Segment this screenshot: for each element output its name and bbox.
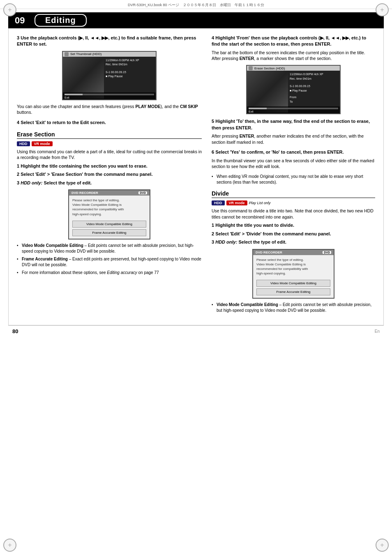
screen1-icon (65, 52, 69, 56)
screen2-info-line3: S-1 00.00.09.15 (290, 84, 338, 89)
badge-vr-erase: VR mode (32, 141, 53, 146)
dvd-dialog-1-btn1[interactable]: Video Mode Compatible Editing (72, 221, 146, 228)
screen2-to-label: To (290, 100, 338, 104)
step-5-header: 5 Highlight 'To' then, in the same way, … (212, 118, 375, 131)
corner-decoration-bl (3, 539, 16, 552)
screen-mockup-2: Erase Section (HDD) 11/29Mon 6:00PM 4ch … (246, 65, 341, 114)
dvd-dialog-1-title: DVD RECORDER (71, 191, 98, 195)
divide-badges: HDD VR mode Play List only (212, 200, 375, 205)
dvd-dialog-2: DVD RECORDER DVD Please select the type … (252, 249, 334, 299)
dvd-dialog-1-btn2[interactable]: Frame Accurate Editing (72, 229, 146, 236)
screen1-info-line4: ■ Play Pause (106, 74, 154, 79)
screen2-title-bar: Erase Section (HDD) (247, 66, 340, 71)
dvd-dialog-2-btn1[interactable]: Video Mode Compatible Editing (256, 280, 330, 287)
step-4-right-body: The bar at the bottom of the screen indi… (212, 50, 375, 62)
screen-mockup-1: Set Thumbnail (HDD) 11/29Mon 6:00PM 4ch … (62, 51, 157, 100)
step-6-header: 6 Select 'Yes' to confirm, or 'No' to ca… (212, 149, 375, 155)
erase-bullet-1: Video Mode Compatible Editing – Edit poi… (17, 243, 202, 254)
screen2-exit-label: Exit (249, 110, 338, 113)
step-4-left-block: 4 Select 'Exit' to return to the Edit sc… (17, 120, 202, 126)
erase-bullet-3: For more information about these options… (17, 270, 202, 276)
divide-section-heading: Divide (212, 190, 375, 198)
dvd-dialog-1-header: DVD RECORDER DVD (69, 190, 150, 196)
dvd-logo-1: DVD (138, 191, 147, 194)
screen2-bottom-bar: Exit (247, 106, 340, 113)
chapter-title: Editing (35, 14, 87, 27)
screen1-bottom-bar: Exit (63, 92, 156, 99)
divide-bullet-1: Video Mode Compatible Editing – Edit poi… (212, 302, 375, 313)
corner-decoration-br (376, 539, 389, 552)
screen1-progress-fill (65, 94, 83, 95)
divide-step3: 3 HDD only: Select the type of edit. (212, 239, 375, 245)
screen1-title: Set Thumbnail (HDD) (70, 52, 101, 56)
step-3-header: 3 Use the playback controls (▶, II, ◄◄, … (17, 35, 202, 48)
screen1-info-line3: S-1 00.00.09.15 (106, 70, 154, 75)
footer: 80 En (8, 325, 384, 337)
erase-section-heading: Erase Section (17, 131, 202, 139)
corner-decoration-tl (3, 3, 16, 16)
screen1-exit-label: Exit (65, 96, 154, 99)
erase-badges: HDD VR mode (17, 141, 202, 146)
divide-intro: Use this command to divide a title into … (212, 208, 375, 220)
screen1-title-bar: Set Thumbnail (HDD) (63, 52, 156, 57)
vr-bullet-list: When editing VR mode Original content, y… (212, 174, 375, 185)
screen2-info-line1: 11/29Mon 6:00PM 4ch XP (290, 72, 338, 77)
screen2-from-label: From (290, 95, 338, 100)
main-content: 3 Use the playback controls (▶, II, ◄◄, … (8, 28, 384, 325)
screen1-info-line1: 11/29Mon 6:00PM 4ch XP (106, 58, 154, 63)
erase-bullet-2: Frame Accurate Editing – Exact edit poin… (17, 256, 202, 268)
dvd-dialog-2-title: DVD RECORDER (256, 251, 282, 254)
book-reference: DVR-530H_KU.book 80 ページ ２００５年６月８日 水曜日 午前… (0, 0, 392, 9)
dvd-dialog-1: DVD RECORDER DVD Please select the type … (68, 189, 150, 240)
step-4-right-block: 4 Highlight 'From' then use the playback… (212, 35, 375, 114)
divide-bullet-list: Video Mode Compatible Editing – Edit poi… (212, 302, 375, 313)
dvd-dialog-1-body: Please select the type of editing. Video… (69, 196, 150, 219)
screen2-progress-fill (249, 108, 267, 109)
dvd-dialog-2-header: DVD RECORDER DVD (253, 250, 334, 255)
screen2-title: Erase Section (HDD) (254, 67, 285, 70)
erase-step1: 1 Highlight the title containing the sec… (17, 163, 202, 169)
step-4-right-header: 4 Highlight 'From' then use the playback… (212, 35, 375, 48)
footer-lang: En (375, 329, 380, 334)
step-5-body: After pressing ENTER, another marker ind… (212, 133, 375, 145)
step-6-block: 6 Select 'Yes' to confirm, or 'No' to ca… (212, 149, 375, 170)
badge-hdd-divide: HDD (212, 200, 225, 205)
dvd-logo-2: DVD (323, 251, 331, 254)
chapter-bar: 09 Editing (8, 12, 384, 28)
erase-bullet-list: Video Mode Compatible Editing – Edit poi… (17, 243, 202, 276)
erase-intro: Using this command you can delete a part… (17, 149, 202, 161)
step-5-block: 5 Highlight 'To' then, in the same way, … (212, 118, 375, 145)
divide-step1: 1 Highlight the title you want to divide… (212, 222, 375, 228)
dvd-dialog-2-body: Please select the type of editing. Video… (253, 255, 334, 279)
step-3-body: You can also use the chapter and time se… (17, 104, 202, 115)
screen2-progress (249, 108, 338, 109)
divide-step2: 2 Select 'Edit' > 'Divide' from the comm… (212, 231, 375, 237)
screen1-progress (65, 94, 154, 95)
step-3-block: 3 Use the playback controls (▶, II, ◄◄, … (17, 35, 202, 115)
erase-step2: 2 Select 'Edit' > 'Erase Section' from t… (17, 171, 202, 177)
screen1-info-line2: Rec. time 0h01m (106, 62, 154, 67)
badge-playlist: Play List only (249, 200, 271, 205)
left-column: 3 Use the playback controls (▶, II, ◄◄, … (17, 35, 202, 317)
badge-vr-divide: VR mode (226, 200, 247, 205)
page-number: 80 (12, 328, 18, 334)
corner-decoration-tr (376, 3, 389, 16)
step-6-body: In the thumbnail viewer you can see a fe… (212, 158, 375, 170)
right-column: 4 Highlight 'From' then use the playback… (212, 35, 375, 317)
screen2-icon (249, 66, 253, 70)
chapter-number: 09 (15, 15, 30, 26)
erase-step3: 3 HDD only: Select the type of edit. (17, 180, 202, 186)
step-4-left-header: 4 Select 'Exit' to return to the Edit sc… (17, 120, 202, 126)
vr-bullet-1: When editing VR mode Original content, y… (212, 174, 375, 185)
badge-hdd-erase: HDD (17, 141, 30, 146)
screen2-info-line2: Rec. time 0h01m (290, 77, 338, 81)
dvd-dialog-2-btn2[interactable]: Frame Accurate Editing (256, 288, 330, 295)
screen2-info-line4: ■ Play Pause (290, 89, 338, 93)
